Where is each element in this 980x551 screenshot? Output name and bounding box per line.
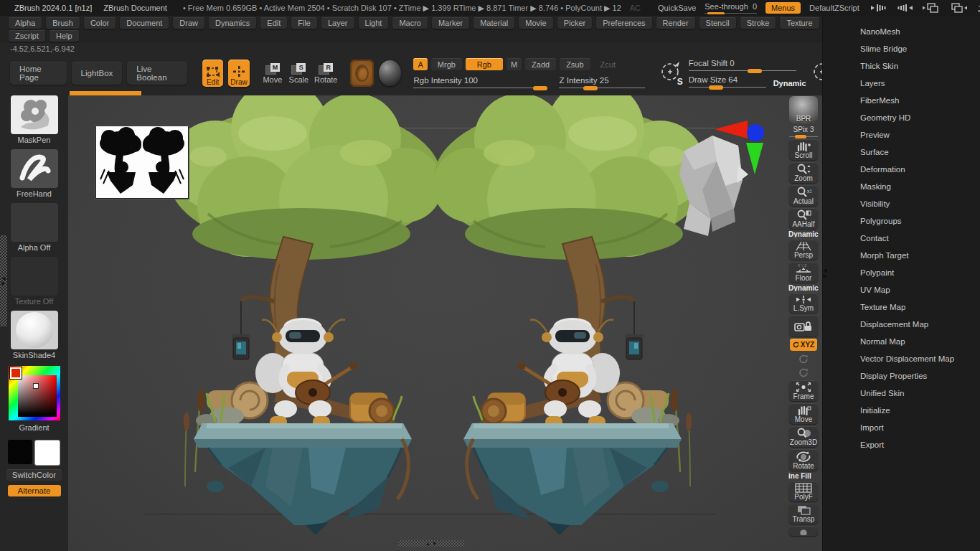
menu-item[interactable]: Edit	[260, 17, 287, 29]
depth-mode-button[interactable]: D	[811, 60, 822, 87]
live-boolean-button[interactable]: Live Boolean	[127, 62, 187, 85]
floor-button[interactable]: X Y Z Floor	[789, 262, 818, 283]
rotate-button[interactable]: R Rotate	[314, 63, 337, 84]
tool-subpalette-item[interactable]: Polypaint	[823, 264, 980, 281]
tool-subpalette-item[interactable]: Visibility	[823, 195, 980, 212]
menu-item[interactable]: Color	[84, 17, 116, 29]
tool-subpalette-item[interactable]: Preview	[823, 126, 980, 143]
texture-off-thumbnail[interactable]	[11, 257, 58, 296]
menu-item[interactable]: Alpha	[9, 17, 42, 29]
document-viewport[interactable]: BPR SPix 3 Scroll	[68, 95, 822, 551]
move-canvas-button[interactable]: Move	[789, 403, 818, 424]
edit-button[interactable]: Edit	[202, 60, 223, 87]
right-tray-handle[interactable]: ◀ ▶	[822, 263, 828, 284]
menus-button[interactable]: Menus	[765, 2, 801, 14]
tool-subpalette-item[interactable]: Layers	[823, 75, 980, 92]
dock-right-icon[interactable]	[950, 3, 967, 13]
menu-item[interactable]: Picker	[557, 17, 593, 29]
freehand-stroke-thumbnail[interactable]	[11, 149, 58, 188]
default-zscript-button[interactable]: DefaultZScript	[809, 4, 859, 12]
see-through-thumb[interactable]	[707, 12, 725, 14]
menu-item[interactable]: Stencil	[699, 17, 736, 29]
menu-item[interactable]: Material	[473, 17, 514, 29]
axis-x-cone[interactable]	[715, 121, 748, 138]
bottom-tray-handle[interactable]: ▲ ▼	[398, 540, 464, 547]
axis-z-sphere[interactable]	[747, 124, 764, 141]
menu-item[interactable]: Preferences	[596, 17, 651, 29]
menu-item[interactable]: File	[291, 17, 317, 29]
tool-subpalette-item[interactable]: Import	[823, 419, 980, 436]
saturation-value-square[interactable]	[18, 375, 57, 417]
z-intensity-thumb[interactable]	[583, 86, 598, 90]
menu-item[interactable]: Draw	[173, 17, 204, 29]
scroll-button[interactable]: Scroll	[789, 139, 818, 160]
tool-subpalette-item[interactable]: FiberMesh	[823, 92, 980, 109]
zadd-toggle[interactable]: Zadd	[525, 58, 556, 70]
current-brush-thumbnail[interactable]	[350, 60, 374, 87]
tool-subpalette-item[interactable]: Deformation	[823, 161, 980, 178]
menu-item[interactable]: Texture	[780, 17, 819, 29]
tool-subpalette-item[interactable]: Displacement Map	[823, 316, 980, 333]
secondary-color-swatch[interactable]	[34, 440, 60, 466]
xyz-rotation-button[interactable]: XYZ	[790, 339, 817, 351]
zcut-toggle[interactable]: Zcut	[594, 58, 622, 70]
menu-item[interactable]: Layer	[321, 17, 354, 29]
local-symmetry-button[interactable]: L.Sym	[789, 293, 818, 313]
stroke-type-button[interactable]: S	[659, 60, 684, 87]
minimize-icon[interactable]	[977, 4, 980, 12]
bpr-render-button[interactable]: BPR	[789, 96, 818, 123]
tool-subpalette-item[interactable]: Surface	[823, 143, 980, 161]
tool-subpalette-item[interactable]: Unified Skin	[823, 385, 980, 402]
alternate-button[interactable]: Alternate	[8, 485, 61, 496]
focal-shift-thumb[interactable]	[748, 69, 762, 73]
tool-subpalette-item[interactable]: Morph Target	[823, 247, 980, 264]
menu-item[interactable]: Movie	[519, 17, 552, 29]
menu-item[interactable]: Stroke	[740, 17, 776, 29]
see-through-slider[interactable]: See-through 0	[705, 2, 757, 14]
draw-size-slider[interactable]: Draw Size 64	[689, 75, 766, 88]
tool-subpalette-item[interactable]: Display Properties	[823, 367, 980, 385]
camera-lock-button[interactable]	[789, 315, 818, 336]
spix-slider[interactable]: SPix 3	[789, 126, 818, 137]
menu-item[interactable]: Brush	[46, 17, 80, 29]
tool-subpalette-item[interactable]: NanoMesh	[823, 23, 980, 40]
aahalf-button[interactable]: AAHalf	[789, 208, 818, 229]
menu-item[interactable]: Zscript	[9, 30, 45, 42]
focal-shift-slider[interactable]: Focal Shift 0	[689, 59, 796, 71]
menu-item[interactable]: Macro	[392, 17, 428, 29]
rgb-toggle[interactable]: Rgb	[466, 58, 503, 70]
z-rotation-button[interactable]	[789, 367, 818, 378]
tool-subpalette-item[interactable]: Masking	[823, 178, 980, 195]
menu-item[interactable]: Help	[50, 30, 79, 42]
switchcolor-button[interactable]: SwitchColor	[6, 469, 62, 481]
zoom3d-button[interactable]: Zoom3D	[789, 426, 818, 447]
zsub-toggle[interactable]: Zsub	[560, 58, 590, 70]
actual-size-button[interactable]: x1 Actual	[789, 185, 818, 206]
rgb-intensity-slider[interactable]: Rgb Intensity 100	[413, 76, 546, 88]
a-toggle[interactable]: A	[413, 58, 427, 70]
tool-subpalette-item[interactable]: Thick Skin	[823, 57, 980, 75]
ghost-button-partial[interactable]	[789, 526, 818, 536]
tool-subpalette-item[interactable]: Contact	[823, 230, 980, 247]
scale-button[interactable]: S Scale	[288, 63, 309, 84]
polyframe-button[interactable]: PolyF	[789, 481, 818, 501]
left-tray-handle[interactable]: ◀ ▶	[0, 235, 7, 326]
tool-subpalette-item[interactable]: Texture Map	[823, 298, 980, 316]
gradient-label[interactable]: Gradient	[19, 423, 49, 432]
collapse-left-tray-icon[interactable]	[871, 4, 887, 12]
menu-item[interactable]: Dynamics	[209, 17, 256, 29]
dock-left-icon[interactable]	[923, 3, 940, 13]
tool-subpalette-item[interactable]: UV Map	[823, 281, 980, 298]
mrgb-toggle[interactable]: Mrgb	[431, 58, 462, 70]
maskpen-brush-thumbnail[interactable]	[11, 95, 58, 134]
y-rotation-button[interactable]	[789, 353, 818, 364]
color-cursor[interactable]	[33, 383, 39, 389]
document-alpha-thumbnail[interactable]	[95, 126, 189, 199]
zoom-button[interactable]: Zoom	[789, 162, 818, 183]
tool-subpalette-item[interactable]: Export	[823, 436, 980, 453]
tool-subpalette-item[interactable]: Vector Displacement Map	[823, 350, 980, 367]
dynamic-draw-size-toggle[interactable]: Dynamic	[773, 79, 806, 88]
alpha-off-thumbnail[interactable]	[11, 203, 58, 242]
draw-button[interactable]: Draw	[228, 60, 249, 87]
frame-button[interactable]: Frame	[789, 380, 818, 401]
